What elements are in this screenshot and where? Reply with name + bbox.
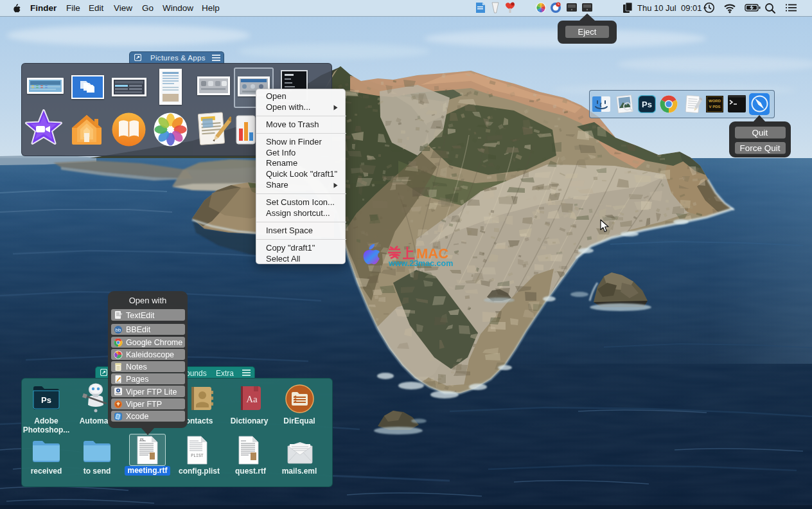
svg-text:V PDS: V PDS bbox=[709, 105, 720, 109]
svg-text:Open with: Open with bbox=[129, 296, 167, 305]
svg-text:Ps: Ps bbox=[642, 100, 652, 109]
svg-text:www.23mac.com: www.23mac.com bbox=[388, 259, 453, 268]
svg-text:Eject: Eject bbox=[578, 27, 597, 37]
svg-text:Aa: Aa bbox=[246, 394, 258, 404]
svg-text:bb: bb bbox=[116, 327, 121, 333]
svg-text:PL: PL bbox=[140, 438, 145, 442]
svg-text:WORD: WORD bbox=[709, 99, 721, 103]
svg-text:Quit: Quit bbox=[752, 128, 768, 138]
svg-text:Ps: Ps bbox=[41, 395, 51, 405]
svg-text:Force Quit: Force Quit bbox=[739, 143, 780, 153]
svg-text:PLIST: PLIST bbox=[191, 454, 204, 458]
